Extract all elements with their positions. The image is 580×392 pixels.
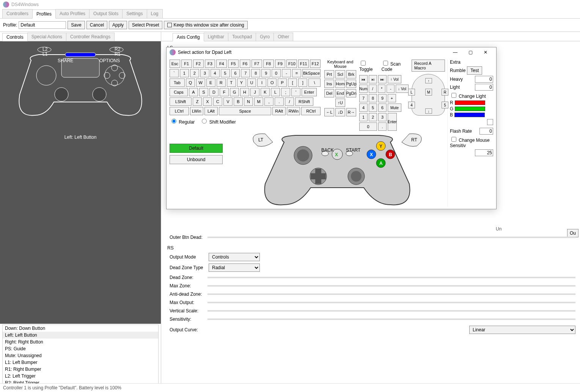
tab-controllers[interactable]: Controllers xyxy=(2,9,33,18)
rs-output-mode-combo[interactable]: Controls xyxy=(209,253,260,261)
key-a[interactable]: A xyxy=(189,88,198,96)
np-dot[interactable]: . xyxy=(378,122,387,131)
np-3[interactable]: 3 xyxy=(378,113,387,121)
key-quote[interactable]: ' xyxy=(291,88,300,96)
key-period[interactable]: . xyxy=(275,97,284,106)
tab-other[interactable]: Other xyxy=(273,33,293,41)
sens-slider[interactable] xyxy=(207,318,575,320)
key-r[interactable]: R xyxy=(217,78,226,87)
key-3[interactable]: 3 xyxy=(200,69,209,77)
cancel-button[interactable]: Cancel xyxy=(86,21,107,29)
key-z[interactable]: Z xyxy=(193,97,202,106)
tab-lightbar[interactable]: Lightbar xyxy=(204,33,228,41)
key-f1[interactable]: F1 xyxy=(181,60,192,68)
key-u[interactable]: U xyxy=(247,78,256,87)
key-lwin[interactable]: LWin xyxy=(190,107,203,115)
profile-name-input[interactable] xyxy=(19,21,66,29)
key-down[interactable]: ↓D xyxy=(335,108,345,116)
np-7[interactable]: 7 xyxy=(359,94,368,102)
media-voldown[interactable]: ↓ Vol xyxy=(396,85,409,93)
key-pgup[interactable]: PgUp xyxy=(346,80,356,88)
key-esc[interactable]: Esc xyxy=(170,60,180,68)
key-7[interactable]: 7 xyxy=(241,69,250,77)
key-pgdn[interactable]: PgDn xyxy=(346,89,356,97)
np-enter[interactable]: Enter xyxy=(388,113,397,131)
key-h[interactable]: H xyxy=(240,88,249,96)
key-lshift[interactable]: LShift xyxy=(170,97,192,106)
mouse-middle[interactable]: M xyxy=(425,89,432,96)
key-8[interactable]: 8 xyxy=(251,69,260,77)
media-mute[interactable]: Mute xyxy=(388,103,401,112)
outer-btn-dead-slider[interactable] xyxy=(207,237,575,238)
key-x[interactable]: X xyxy=(203,97,212,106)
key-rwin[interactable]: RWin xyxy=(287,107,300,115)
key-grave[interactable]: ` xyxy=(170,69,179,77)
key-rshift[interactable]: RShift xyxy=(295,97,313,106)
mouse-wheel-down[interactable]: ↓ xyxy=(425,108,432,114)
key-m[interactable]: M xyxy=(254,97,263,106)
key-t[interactable]: T xyxy=(227,78,236,87)
shift-mod-radio[interactable]: Shift Modifier xyxy=(200,118,236,125)
key-space[interactable]: Space xyxy=(219,107,271,115)
key-b[interactable]: B xyxy=(234,97,243,106)
record-macro-button[interactable]: Record A Macro xyxy=(412,60,445,72)
key-g[interactable]: G xyxy=(230,88,239,96)
key-nummul[interactable]: * xyxy=(378,85,386,93)
list-item[interactable]: Down: Down Button xyxy=(3,325,158,332)
key-home[interactable]: Hom xyxy=(335,80,345,88)
key-f3[interactable]: F3 xyxy=(205,60,215,68)
key-k[interactable]: K xyxy=(261,88,270,96)
key-f4[interactable]: F4 xyxy=(216,60,227,68)
apply-button[interactable]: Apply xyxy=(109,21,127,29)
key-f9[interactable]: F9 xyxy=(275,60,286,68)
max-zone-slider[interactable] xyxy=(207,285,575,287)
minimize-button[interactable]: — xyxy=(448,47,463,57)
key-l[interactable]: L xyxy=(271,88,280,96)
np-6[interactable]: 6 xyxy=(378,103,387,112)
change-mouse-checkbox[interactable]: Change Mouse Sensitiv xyxy=(450,136,493,148)
key-n[interactable]: N xyxy=(244,97,253,106)
dead-zone-slider[interactable] xyxy=(207,277,575,278)
key-d[interactable]: D xyxy=(209,88,218,96)
dialog-titlebar[interactable]: Select action for Dpad Left — ▢ ✕ xyxy=(167,47,496,57)
key-ins[interactable]: Ins xyxy=(324,80,334,88)
heavy-input[interactable] xyxy=(475,76,493,83)
vscale-slider[interactable] xyxy=(207,310,575,312)
list-item[interactable]: Left: Left Button xyxy=(3,332,158,339)
key-9[interactable]: 9 xyxy=(261,69,270,77)
anti-dead-slider[interactable] xyxy=(207,293,575,295)
key-rbrack[interactable]: ] xyxy=(298,78,307,87)
default-button[interactable]: Default xyxy=(170,144,223,153)
test-button[interactable]: Test xyxy=(467,66,482,75)
unbound-button[interactable]: Unbound xyxy=(170,155,223,164)
key-i[interactable]: I xyxy=(257,78,266,87)
key-1[interactable]: 1 xyxy=(180,69,189,77)
key-del[interactable]: Del xyxy=(324,89,334,97)
key-brk[interactable]: Brk xyxy=(346,70,356,78)
np-4[interactable]: 4 xyxy=(359,103,368,112)
regular-radio[interactable]: Regular xyxy=(170,118,195,125)
key-c[interactable]: C xyxy=(213,97,222,106)
tab-controls[interactable]: Controls xyxy=(2,33,28,41)
controller-canvas[interactable]: L2R2 L1R1 SHAREOPTIONS Left: Left Button xyxy=(0,41,161,324)
key-lctrl[interactable]: LCtrl xyxy=(170,107,189,115)
key-backspace[interactable]: BkSpace xyxy=(302,69,321,77)
key-up[interactable]: ↑U xyxy=(335,99,345,107)
key-rctrl[interactable]: RCtrl xyxy=(301,107,321,115)
out-button[interactable]: Ou xyxy=(567,229,578,237)
key-right[interactable]: R→ xyxy=(346,108,356,116)
key-f7[interactable]: F7 xyxy=(251,60,262,68)
np-5[interactable]: 5 xyxy=(369,103,377,112)
tab-log[interactable]: Log xyxy=(147,9,163,18)
np-1[interactable]: 1 xyxy=(359,113,368,121)
dead-zone-type-combo[interactable]: Radial xyxy=(209,263,260,272)
key-left[interactable]: ←L xyxy=(324,108,334,116)
tab-special-actions[interactable]: Special Actions xyxy=(27,33,66,41)
r-slider[interactable] xyxy=(455,100,485,105)
close-button[interactable]: ✕ xyxy=(478,47,493,57)
mouse-right[interactable]: R xyxy=(442,89,448,96)
np-plus[interactable]: + xyxy=(388,94,396,102)
key-numdiv[interactable]: / xyxy=(369,85,377,93)
select-preset-button[interactable]: Select Preset xyxy=(129,21,162,29)
key-f5[interactable]: F5 xyxy=(228,60,239,68)
